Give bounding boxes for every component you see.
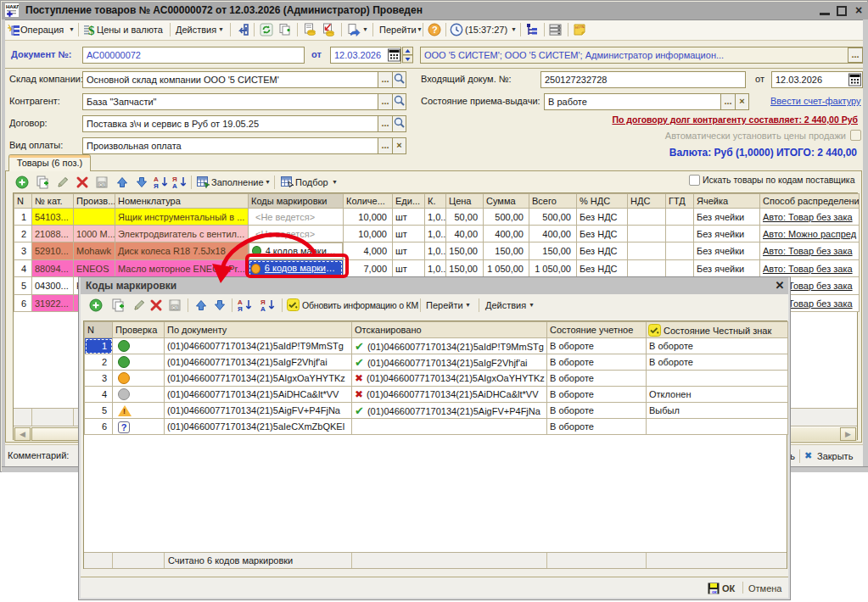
field-value[interactable]: Поставка з\ч и сервис в Руб от 19.05.25 [82, 115, 378, 132]
search-by-codes-checkbox[interactable] [689, 175, 700, 186]
unit-cell[interactable]: шт [393, 209, 425, 226]
column-header[interactable]: ГТД [666, 194, 694, 209]
check-status-cell[interactable] [113, 338, 165, 354]
field-value[interactable]: База "Запчасти" [82, 93, 378, 110]
note-icon[interactable]: NOTE [573, 23, 586, 36]
nomenclature-cell[interactable]: Диск колеса R18 7.5Jx18 [115, 242, 249, 260]
total-cell[interactable]: 400,00 [529, 226, 577, 242]
help-icon[interactable]: ? [428, 23, 441, 36]
dialog-ok-button[interactable]: ОК [722, 579, 735, 598]
code-by-document-cell[interactable]: (01)04660077170134(21)5aIgF2Vhjf'ai [165, 354, 352, 371]
account-state-cell[interactable]: В обороте [547, 387, 647, 403]
unit-cell[interactable]: шт [393, 242, 425, 260]
select-button[interactable]: ... [378, 93, 393, 110]
dialog-column-header[interactable]: Состояние учетное [547, 322, 647, 338]
gtd-cell[interactable] [666, 209, 694, 226]
row-number-cell[interactable]: 5 [14, 277, 32, 295]
manufacturer-cell[interactable] [74, 209, 115, 226]
end-edit-icon[interactable]: ОК [94, 175, 109, 190]
dialog-column-header[interactable]: Отсканировано [352, 322, 547, 338]
price-cell[interactable]: 150,00 [446, 260, 484, 277]
coefficient-cell[interactable]: 1,0... [425, 226, 446, 242]
vat-sum-cell[interactable] [628, 226, 666, 242]
vat-sum-cell[interactable] [628, 209, 666, 226]
dlg-sort-desc-icon[interactable]: ЯА [260, 298, 277, 313]
contract-debt-link[interactable]: По договору долг контрагенту составляет:… [612, 114, 858, 126]
code-by-document-cell[interactable]: (01)04660077170134(21)5AigFV+P4FjNa [165, 403, 352, 419]
account-state-cell[interactable]: В обороте [547, 419, 647, 435]
distribution-cell[interactable]: Авто: Товар без зака [760, 209, 860, 226]
goto-button[interactable]: Перейти [379, 20, 417, 40]
organization-field[interactable]: ООО '5 СИСТЕМ'; ООО '5 СИСТЕМ'; Админист… [420, 47, 863, 64]
sum-cell[interactable]: 400,00 [484, 226, 529, 242]
scanned-code-cell[interactable]: ✖(01)04660077170134(21)5AIgxOaYHYTKz [352, 371, 547, 387]
check-status-cell[interactable] [113, 403, 165, 419]
dlg-edit-row-icon[interactable] [132, 298, 147, 313]
quantity-cell[interactable]: 7,000 [344, 260, 393, 277]
gtd-cell[interactable] [666, 226, 694, 242]
vat-sum-cell[interactable] [628, 242, 666, 260]
distribution-cell[interactable]: Авто: Можно распред [760, 226, 860, 242]
minimize-button[interactable] [820, 13, 830, 15]
column-header[interactable]: НДС [628, 194, 666, 209]
column-header[interactable]: Номенклатура [115, 194, 249, 209]
warehouse-cell-cell[interactable]: Без ячейки [694, 226, 760, 242]
edit-row-icon[interactable] [55, 175, 70, 190]
code-by-document-cell[interactable]: (01)04660077170134(21)5AIgxOaYHYTKz [165, 371, 352, 387]
vat-rate-cell[interactable]: Без НДС [577, 226, 628, 242]
marking-codes-cell[interactable]: <Не ведется> [249, 209, 344, 226]
total-cell[interactable]: 500,00 [529, 209, 577, 226]
price-cell[interactable]: 50,00 [446, 209, 484, 226]
warehouse-cell-cell[interactable]: Без ячейки [694, 242, 760, 260]
dialog-column-header[interactable]: Проверка [113, 322, 165, 338]
calendar-icon[interactable] [388, 48, 400, 62]
dialog-cancel-button[interactable]: Отмена [748, 579, 781, 598]
state-clear-button[interactable]: × [735, 93, 749, 110]
code-by-document-cell[interactable]: (01)04660077170134(21)5aIeCXmZbQKEl [165, 419, 352, 435]
unit-cell[interactable]: шт [393, 226, 425, 242]
column-header[interactable]: Ячейка [694, 194, 760, 209]
coefficient-cell[interactable]: 1,0... [425, 260, 446, 277]
scanned-code-cell[interactable]: ✔(01)04660077170134(21)5aIgF2Vhjf'ai [352, 354, 547, 371]
check-status-cell[interactable] [113, 354, 165, 371]
scanned-code-cell[interactable] [352, 419, 547, 435]
column-header[interactable]: К. [425, 194, 446, 209]
post-document-icon[interactable] [303, 23, 316, 36]
scanned-code-cell[interactable]: ✔(01)04660077170134(21)5aIdP!T9MmSTg [352, 338, 547, 354]
account-state-cell[interactable]: В обороте [547, 338, 647, 354]
state-select-button[interactable]: ... [720, 93, 736, 110]
dialog-column-header[interactable]: Состояние Честный знак [647, 322, 788, 338]
row-number-cell[interactable]: 2 [14, 226, 32, 242]
column-header[interactable]: № кат. [32, 194, 74, 209]
catalog-number-cell[interactable]: 31922... [32, 295, 74, 312]
fill-button[interactable]: Заполнение [211, 172, 264, 192]
dialog-close-icon[interactable]: ✕ [771, 277, 788, 294]
open-button[interactable] [392, 93, 406, 110]
coefficient-cell[interactable]: 1,0... [425, 209, 446, 226]
sort-asc-icon[interactable]: АЯ [153, 175, 171, 190]
vat-sum-cell[interactable] [628, 260, 666, 277]
operation-icon[interactable] [7, 23, 20, 36]
pick-button[interactable]: Подбор [295, 172, 328, 192]
calendar-icon[interactable] [848, 73, 861, 86]
output-icon[interactable] [347, 23, 361, 36]
nomenclature-cell[interactable]: Масло моторное ENEOS Pr... [115, 260, 249, 277]
chz-state-cell[interactable] [647, 371, 788, 387]
dlg-sort-asc-icon[interactable]: АЯ [237, 298, 255, 313]
manufacturer-cell[interactable]: 1000 М... [74, 226, 115, 242]
unit-cell[interactable]: шт [393, 260, 425, 277]
distribution-cell[interactable]: Авто: Товар без зака [760, 242, 860, 260]
dlg-delete-row-icon[interactable] [148, 298, 164, 313]
row-number-cell[interactable]: 4 [14, 260, 32, 277]
check-status-cell[interactable] [113, 387, 165, 403]
list-settings-icon[interactable] [549, 23, 563, 36]
sum-cell[interactable]: 500,00 [484, 209, 529, 226]
account-state-cell[interactable]: В обороте [547, 371, 647, 387]
catalog-number-cell[interactable]: 88094... [32, 260, 74, 277]
column-header[interactable]: Всего [529, 194, 577, 209]
code-by-document-cell[interactable]: (01)04660077170134(21)5aIdP!T9MmSTg [165, 338, 352, 354]
field-value[interactable]: Произвольная оплата [82, 137, 378, 154]
vat-rate-cell[interactable]: Без НДС [577, 260, 628, 277]
price-cell[interactable]: 40,00 [446, 226, 484, 242]
coefficient-cell[interactable]: 1,0... [425, 242, 446, 260]
